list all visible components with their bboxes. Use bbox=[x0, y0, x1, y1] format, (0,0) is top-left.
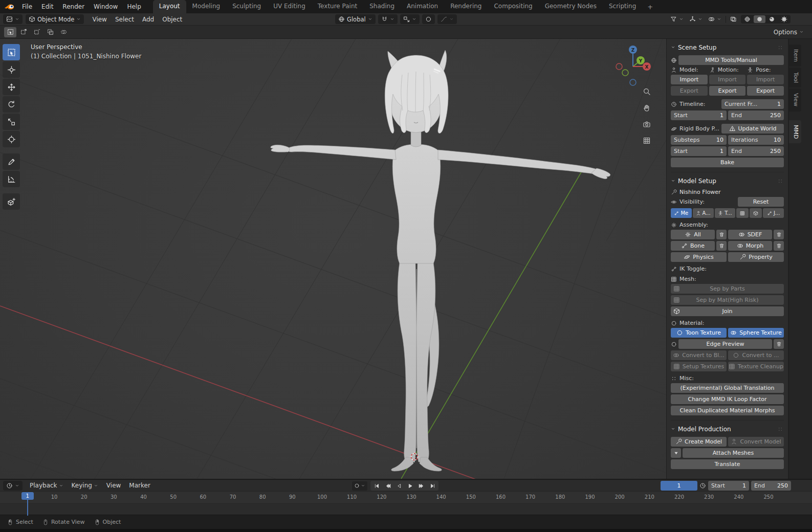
workspace-tab-modeling[interactable]: Modeling bbox=[186, 0, 227, 13]
select-mode-new[interactable] bbox=[4, 27, 16, 37]
motion-import-button[interactable]: Import bbox=[709, 75, 746, 84]
shading-wireframe-button[interactable] bbox=[741, 15, 753, 23]
perspective-toggle-button[interactable] bbox=[640, 135, 654, 146]
current-frame-field[interactable]: Current Fr... 1 bbox=[721, 99, 784, 109]
visibility-reset-button[interactable]: Reset bbox=[738, 197, 784, 207]
panel-header-scene-setup[interactable]: Scene Setup bbox=[671, 42, 784, 53]
shading-solid-button[interactable] bbox=[754, 15, 765, 23]
record-circle-icon[interactable] bbox=[354, 483, 360, 489]
toon-texture-toggle[interactable]: Toon Texture bbox=[671, 328, 727, 338]
menu-render[interactable]: Render bbox=[58, 0, 89, 13]
transform-orientation-dropdown[interactable]: Global bbox=[335, 14, 376, 24]
sidebar-tab-tool[interactable]: Tool bbox=[789, 68, 801, 87]
model-import-button[interactable]: Import bbox=[671, 75, 708, 84]
xray-toggle[interactable] bbox=[729, 14, 738, 24]
assembly-morph-delete-button[interactable] bbox=[774, 241, 784, 251]
sphere-texture-toggle[interactable]: Sphere Texture bbox=[728, 328, 784, 338]
select-mode-extend[interactable] bbox=[17, 27, 30, 37]
workspace-tab-sculpting[interactable]: Sculpting bbox=[226, 0, 267, 13]
play-button[interactable] bbox=[405, 481, 415, 490]
timeline-tracks[interactable] bbox=[0, 504, 812, 515]
editor-type-button[interactable] bbox=[3, 14, 23, 24]
menu-playback[interactable]: Playback bbox=[26, 482, 68, 489]
workspace-tab-rendering[interactable]: Rendering bbox=[444, 0, 488, 13]
character-model[interactable] bbox=[271, 50, 610, 471]
menu-help[interactable]: Help bbox=[122, 0, 145, 13]
assembly-morph-button[interactable]: Morph bbox=[728, 241, 772, 251]
timeline-editor-type-button[interactable] bbox=[3, 481, 23, 491]
pan-button[interactable] bbox=[640, 102, 654, 114]
camera-view-button[interactable] bbox=[640, 119, 654, 130]
edge-preview-button[interactable]: Edge Preview bbox=[678, 339, 772, 349]
previous-keyframe-button[interactable] bbox=[382, 481, 393, 490]
gizmo-x-negative[interactable] bbox=[616, 63, 622, 70]
jump-to-end-button[interactable] bbox=[427, 481, 438, 490]
select-mode-invert[interactable] bbox=[44, 27, 56, 37]
jump-to-start-button[interactable] bbox=[371, 481, 382, 490]
pose-import-button[interactable]: Import bbox=[747, 75, 784, 84]
sidebar-tab-view[interactable]: View bbox=[789, 88, 801, 111]
substeps-field[interactable]: Substeps10 bbox=[671, 135, 727, 145]
convert-to-mmd-button[interactable]: Convert to ... bbox=[728, 350, 784, 360]
global-translation-button[interactable]: (Experimental) Global Translation bbox=[671, 383, 784, 393]
menu-file[interactable]: File bbox=[17, 0, 37, 13]
workspace-tab-compositing[interactable]: Compositing bbox=[488, 0, 538, 13]
bake-button[interactable]: Bake bbox=[671, 158, 784, 167]
snap-toggle[interactable] bbox=[378, 14, 398, 24]
play-reverse-button[interactable] bbox=[393, 481, 404, 490]
toggle-bone-visibility[interactable]: J... bbox=[763, 208, 784, 218]
assembly-all-delete-button[interactable] bbox=[716, 230, 727, 239]
separate-by-materials-button[interactable]: Sep by Mat(High Risk) bbox=[671, 295, 784, 305]
menu-keying[interactable]: Keying bbox=[68, 482, 102, 489]
navigation-gizmo[interactable]: Z Y X bbox=[611, 46, 657, 88]
move-tool[interactable] bbox=[3, 79, 20, 95]
convert-to-blender-button[interactable]: Convert to Bl... bbox=[671, 350, 727, 360]
frame-start-field[interactable]: Start1 bbox=[708, 481, 749, 491]
select-box-tool[interactable] bbox=[3, 44, 20, 60]
toggle-armature-visibility[interactable]: A... bbox=[693, 208, 714, 218]
workspace-tab-scripting[interactable]: Scripting bbox=[603, 0, 642, 13]
select-mode-subtract[interactable] bbox=[31, 27, 43, 37]
menu-timeline-view[interactable]: View bbox=[102, 482, 125, 489]
overlays-dropdown[interactable] bbox=[707, 14, 723, 24]
assembly-sdef-delete-button[interactable] bbox=[774, 230, 784, 239]
zoom-button[interactable] bbox=[640, 86, 654, 97]
attach-meshes-button[interactable]: Attach Meshes bbox=[683, 448, 784, 458]
translate-button[interactable]: Translate bbox=[671, 459, 784, 469]
menu-object[interactable]: Object bbox=[158, 16, 186, 23]
iterations-field[interactable]: Iterations10 bbox=[728, 135, 784, 145]
menu-window[interactable]: Window bbox=[89, 0, 122, 13]
menu-view[interactable]: View bbox=[88, 16, 111, 23]
workspace-tab-texture-paint[interactable]: Texture Paint bbox=[312, 0, 363, 13]
assembly-property-button[interactable]: Property bbox=[728, 252, 784, 262]
assembly-sdef-button[interactable]: SDEF bbox=[728, 230, 772, 239]
model-export-button[interactable]: Export bbox=[671, 86, 708, 96]
select-mode-intersect[interactable] bbox=[57, 27, 70, 37]
gizmos-dropdown[interactable] bbox=[688, 14, 704, 24]
toggle-joint-visibility[interactable] bbox=[750, 208, 762, 218]
gizmo-z-negative[interactable] bbox=[630, 79, 636, 85]
change-ik-loop-factor-button[interactable]: Change MMD IK Loop Factor bbox=[671, 394, 784, 404]
mmd-manual-button[interactable]: MMD Tools/Manual bbox=[678, 55, 784, 65]
assembly-bone-delete-button[interactable] bbox=[716, 241, 727, 251]
annotate-tool[interactable] bbox=[3, 153, 20, 170]
rotate-tool[interactable] bbox=[3, 96, 20, 113]
object-visibility-dropdown[interactable] bbox=[669, 14, 685, 24]
assembly-bone-button[interactable]: Bone bbox=[671, 241, 715, 251]
workspace-tab-shading[interactable]: Shading bbox=[363, 0, 401, 13]
shading-rendered-button[interactable] bbox=[778, 15, 790, 23]
workspace-tab-uv-editing[interactable]: UV Editing bbox=[267, 0, 312, 13]
clean-duplicated-morphs-button[interactable]: Clean Duplicated Material Morphs bbox=[671, 406, 784, 415]
blender-logo-icon[interactable] bbox=[4, 3, 15, 11]
proportional-editing-toggle[interactable] bbox=[422, 14, 435, 24]
proportional-falloff-dropdown[interactable] bbox=[437, 14, 457, 24]
motion-export-button[interactable]: Export bbox=[709, 86, 746, 96]
add-workspace-button[interactable]: + bbox=[642, 3, 658, 11]
timeline-end-field[interactable]: End250 bbox=[728, 110, 784, 120]
toggle-rigid-visibility[interactable] bbox=[736, 208, 749, 218]
physics-start-field[interactable]: Start1 bbox=[671, 146, 727, 156]
pose-export-button[interactable]: Export bbox=[747, 86, 784, 96]
current-frame-input[interactable]: 1 bbox=[661, 481, 697, 491]
cursor-tool[interactable] bbox=[3, 61, 20, 78]
gizmo-y-negative[interactable] bbox=[622, 70, 628, 76]
